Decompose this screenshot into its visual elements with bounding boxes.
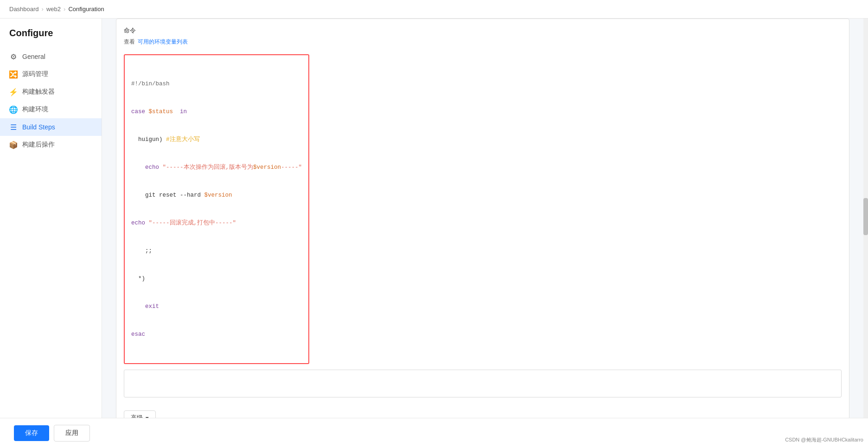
sidebar-item-source[interactable]: 🔀 源码管理 (0, 65, 102, 83)
advanced-section-1: 高级 ▾ (116, 405, 849, 418)
env-icon: 🌐 (9, 105, 18, 114)
trigger-icon: ⚡ (9, 88, 18, 96)
breadcrumb-dashboard[interactable]: Dashboard (9, 6, 39, 13)
sidebar-title: Configure (0, 28, 102, 48)
sidebar-label-triggers: 构建触发器 (22, 88, 55, 96)
sidebar-label-general: General (22, 53, 45, 60)
breadcrumb-sep-2: › (64, 6, 65, 13)
sidebar-label-source: 源码管理 (22, 70, 48, 78)
step-card-1: 命令 查看 可用的环境变量列表 #!/bin/bash case $status… (116, 19, 849, 418)
bottom-bar: 保存 应用 CSDN @鲍海超-GNUBHCkalitarro (0, 418, 868, 448)
env-link-1[interactable]: 可用的环境变量列表 (138, 38, 188, 46)
sidebar-item-build-steps[interactable]: ☰ Build Steps (0, 118, 102, 136)
build-steps-icon: ☰ (9, 123, 18, 131)
watermark: CSDN @鲍海超-GNUBHCkalitarro (785, 436, 863, 443)
apply-button[interactable]: 应用 (54, 425, 90, 442)
breadcrumb-web2[interactable]: web2 (46, 6, 61, 13)
sidebar-label-env: 构建环境 (22, 105, 48, 114)
sidebar-item-post-build[interactable]: 📦 构建后操作 (0, 136, 102, 154)
sidebar-label-build-steps: Build Steps (22, 123, 55, 131)
main-content: 命令 查看 可用的环境变量列表 #!/bin/bash case $status… (102, 19, 863, 418)
scrollbar-track[interactable] (863, 19, 868, 418)
scrollbar-thumb[interactable] (863, 198, 868, 235)
command-label-1: 命令 (124, 26, 842, 35)
code-editor-1[interactable]: #!/bin/bash case $status in huigun) #注意大… (126, 56, 307, 362)
advanced-label-1: 高级 (131, 414, 143, 418)
sidebar-item-triggers[interactable]: ⚡ 构建触发器 (0, 83, 102, 101)
post-build-icon: 📦 (9, 141, 18, 149)
breadcrumb-current: Configuration (68, 6, 104, 13)
gear-icon: ⚙ (9, 52, 18, 61)
source-icon: 🔀 (9, 70, 18, 78)
save-button[interactable]: 保存 (14, 425, 49, 441)
advanced-button-1[interactable]: 高级 ▾ (124, 410, 156, 418)
sidebar-item-general[interactable]: ⚙ General (0, 48, 102, 65)
breadcrumb: Dashboard › web2 › Configuration (0, 0, 868, 19)
breadcrumb-sep-1: › (42, 6, 44, 13)
sidebar: Configure ⚙ General 🔀 源码管理 ⚡ 构建触发器 🌐 构建环… (0, 19, 102, 418)
sidebar-item-env[interactable]: 🌐 构建环境 (0, 101, 102, 118)
env-prefix-1: 查看 (124, 38, 135, 45)
chevron-down-icon-1: ▾ (146, 415, 149, 418)
sidebar-label-post-build: 构建后操作 (22, 141, 55, 149)
